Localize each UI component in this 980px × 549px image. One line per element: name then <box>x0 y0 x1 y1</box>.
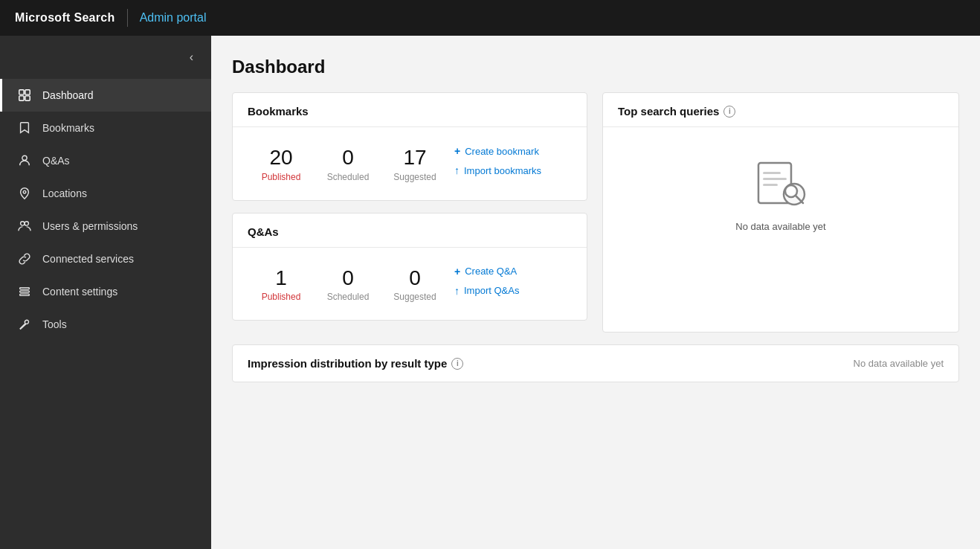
no-data-illustration <box>751 157 810 212</box>
qas-suggested-stat: 0 Suggested <box>381 260 448 309</box>
sidebar-collapse-area: ‹ <box>0 42 211 79</box>
svg-rect-8 <box>20 288 30 289</box>
grid-icon <box>17 88 32 103</box>
svg-rect-10 <box>20 294 30 295</box>
top-search-no-data: No data available yet <box>603 127 958 262</box>
bookmarks-scheduled-stat: 0 Scheduled <box>315 139 381 188</box>
sidebar-item-bookmarks-label: Bookmarks <box>42 122 94 134</box>
plus-icon-qa: + <box>454 266 460 277</box>
svg-point-5 <box>23 190 26 193</box>
qas-scheduled-label: Scheduled <box>327 292 370 302</box>
sidebar-item-dashboard[interactable]: Dashboard <box>0 79 211 112</box>
impression-title-text: Impression distribution by result type <box>248 357 447 370</box>
qas-published-stat: 1 Published <box>248 260 315 309</box>
qas-suggested-count: 0 <box>409 266 421 291</box>
main-layout: ‹ Dashboard Bookmarks Q&As <box>0 36 980 549</box>
qas-scheduled-stat: 0 Scheduled <box>315 260 381 309</box>
import-bookmarks-button[interactable]: ↑ Import bookmarks <box>454 164 541 176</box>
create-qa-label: Create Q&A <box>465 266 517 277</box>
qas-actions: + Create Q&A ↑ Import Q&As <box>454 260 519 303</box>
svg-rect-12 <box>763 172 781 174</box>
sidebar-item-locations-label: Locations <box>42 187 87 199</box>
upload-icon: ↑ <box>454 164 460 176</box>
import-bookmarks-label: Import bookmarks <box>464 165 541 176</box>
bookmarks-stats-row: 20 Published 0 Scheduled 17 Suggested <box>248 139 572 188</box>
sidebar-item-tools-label: Tools <box>42 318 67 330</box>
main-content: Dashboard Bookmarks 20 Published <box>211 36 980 549</box>
svg-rect-13 <box>763 178 787 180</box>
topbar-divider <box>127 9 128 27</box>
import-qas-label: Import Q&As <box>464 285 519 296</box>
sidebar-item-bookmarks[interactable]: Bookmarks <box>0 112 211 144</box>
qas-card-body: 1 Published 0 Scheduled 0 Suggested <box>233 248 587 321</box>
sidebar-item-content-settings[interactable]: Content settings <box>0 275 211 308</box>
svg-rect-0 <box>19 90 24 94</box>
bookmarks-actions: + Create bookmark ↑ Import bookmarks <box>454 139 541 182</box>
bookmarks-suggested-stat: 17 Suggested <box>381 139 448 188</box>
sidebar-item-dashboard-label: Dashboard <box>42 89 94 101</box>
sidebar-item-connected-services-label: Connected services <box>42 253 134 265</box>
bookmark-icon <box>17 121 32 135</box>
impression-card: Impression distribution by result type i… <box>232 344 959 382</box>
svg-rect-2 <box>19 96 24 100</box>
page-title: Dashboard <box>232 57 959 77</box>
list-icon <box>17 284 32 299</box>
bookmarks-card-header: Bookmarks <box>233 93 587 127</box>
svg-rect-14 <box>763 184 778 186</box>
people-icon <box>17 219 32 234</box>
location-icon <box>17 186 32 201</box>
bookmarks-card-body: 20 Published 0 Scheduled 17 Suggested <box>233 127 587 200</box>
import-qas-button[interactable]: ↑ Import Q&As <box>454 285 519 297</box>
qas-published-count: 1 <box>275 266 287 291</box>
svg-point-4 <box>22 155 27 160</box>
bookmarks-scheduled-label: Scheduled <box>327 172 370 182</box>
sidebar-item-content-settings-label: Content settings <box>42 286 117 298</box>
impression-info-icon: i <box>451 358 463 370</box>
qas-stats-row: 1 Published 0 Scheduled 0 Suggested <box>248 260 572 309</box>
impression-title-area: Impression distribution by result type i <box>248 357 463 370</box>
app-subtitle: Admin portal <box>140 11 207 25</box>
svg-point-6 <box>21 222 25 225</box>
wrench-icon <box>17 317 32 332</box>
upload-icon-qa: ↑ <box>454 285 460 297</box>
link-icon <box>17 251 32 266</box>
bookmarks-card: Bookmarks 20 Published 0 Scheduled <box>232 92 587 201</box>
sidebar-item-qas-label: Q&As <box>42 155 70 167</box>
sidebar: ‹ Dashboard Bookmarks Q&As <box>0 36 211 549</box>
svg-rect-9 <box>20 291 30 292</box>
sidebar-item-users-permissions-label: Users & permissions <box>42 220 138 232</box>
bookmarks-suggested-label: Suggested <box>393 172 436 182</box>
qas-card-header: Q&As <box>233 214 587 248</box>
create-bookmark-label: Create bookmark <box>465 146 539 157</box>
svg-rect-3 <box>25 96 30 100</box>
sidebar-item-qas[interactable]: Q&As <box>0 144 211 177</box>
dashboard-top-row: Bookmarks 20 Published 0 Scheduled <box>232 92 959 333</box>
top-search-card-header: Top search queries i <box>603 93 958 127</box>
create-qa-button[interactable]: + Create Q&A <box>454 266 519 277</box>
qas-published-label: Published <box>262 292 301 302</box>
top-search-no-data-text: No data available yet <box>735 221 825 232</box>
sidebar-collapse-button[interactable]: ‹ <box>184 48 199 67</box>
person-icon <box>17 153 32 168</box>
impression-no-data-text: No data available yet <box>854 358 944 369</box>
top-search-header-info: Top search queries i <box>618 105 944 118</box>
left-column: Bookmarks 20 Published 0 Scheduled <box>232 92 587 333</box>
qas-suggested-label: Suggested <box>393 292 436 302</box>
sidebar-item-connected-services[interactable]: Connected services <box>0 243 211 275</box>
topbar: Microsoft Search Admin portal <box>0 0 980 36</box>
svg-point-7 <box>25 222 28 225</box>
app-brand: Microsoft Search <box>15 11 115 25</box>
bookmarks-suggested-count: 17 <box>403 145 426 170</box>
svg-rect-1 <box>25 90 30 94</box>
qas-card: Q&As 1 Published 0 Scheduled <box>232 213 587 321</box>
bookmarks-published-label: Published <box>262 172 301 182</box>
create-bookmark-button[interactable]: + Create bookmark <box>454 145 541 157</box>
top-search-card: Top search queries i <box>602 92 959 333</box>
sidebar-item-users-permissions[interactable]: Users & permissions <box>0 210 211 243</box>
qas-scheduled-count: 0 <box>342 266 354 291</box>
sidebar-item-locations[interactable]: Locations <box>0 177 211 210</box>
bookmarks-scheduled-count: 0 <box>342 145 354 170</box>
sidebar-item-tools[interactable]: Tools <box>0 308 211 341</box>
bookmarks-published-count: 20 <box>269 145 292 170</box>
top-search-info-icon: i <box>723 106 735 118</box>
